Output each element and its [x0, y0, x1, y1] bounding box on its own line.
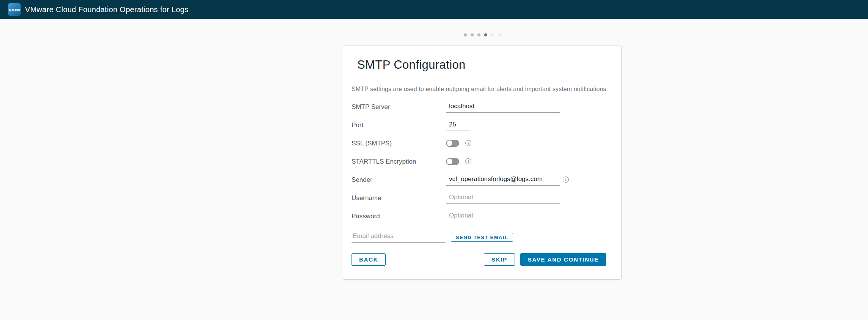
card-description: SMTP settings are used to enable outgoin…: [352, 86, 613, 93]
ssl-label: SSL (SMTPS): [352, 139, 446, 147]
form-row-username: Username: [352, 194, 613, 212]
wizard-footer: BACK SKIP SAVE AND CONTINUE: [352, 253, 613, 266]
stepper: [343, 33, 622, 36]
ssl-toggle[interactable]: [446, 140, 459, 147]
skip-button[interactable]: SKIP: [484, 253, 515, 266]
form-row-password: Password: [352, 212, 613, 230]
save-and-continue-button[interactable]: SAVE AND CONTINUE: [520, 253, 606, 266]
port-input[interactable]: [446, 121, 470, 131]
sender-input[interactable]: [446, 175, 560, 186]
test-email-row: SEND TEST EMAIL: [352, 232, 613, 243]
page-title: SMTP Configuration: [357, 58, 613, 72]
password-input[interactable]: [446, 212, 560, 222]
form-row-starttls: STARTTLS Encryption i: [352, 157, 613, 175]
sender-label: Sender: [352, 175, 446, 184]
toggle-knob: [447, 159, 452, 164]
step-dot-4: [484, 33, 487, 36]
username-label: Username: [352, 194, 446, 202]
starttls-label: STARTTLS Encryption: [352, 157, 446, 166]
form-row-smtp-server: SMTP Server: [352, 102, 613, 121]
form-row-port: Port: [352, 121, 613, 139]
test-email-input[interactable]: [352, 232, 446, 243]
form-row-ssl: SSL (SMTPS) i: [352, 139, 613, 157]
info-icon[interactable]: i: [465, 158, 471, 164]
password-label: Password: [352, 212, 446, 220]
info-icon[interactable]: i: [563, 177, 569, 183]
app-header: vmw VMware Cloud Foundation Operations f…: [0, 0, 868, 19]
username-input[interactable]: [446, 194, 560, 204]
form-row-sender: Sender i: [352, 175, 613, 194]
step-dot-6: [498, 33, 501, 36]
step-dot-3: [477, 33, 480, 36]
starttls-toggle[interactable]: [446, 158, 459, 165]
info-icon[interactable]: i: [465, 140, 471, 146]
toggle-knob: [447, 140, 452, 146]
port-label: Port: [352, 121, 446, 129]
smtp-server-input[interactable]: [446, 102, 560, 113]
smtp-configuration-card: SMTP Configuration SMTP settings are use…: [343, 46, 622, 280]
step-dot-1: [464, 33, 467, 36]
smtp-server-label: SMTP Server: [352, 102, 446, 111]
vmware-logo-icon: vmw: [8, 3, 21, 16]
step-dot-2: [471, 33, 474, 36]
app-title: VMware Cloud Foundation Operations for L…: [25, 5, 188, 14]
send-test-email-button[interactable]: SEND TEST EMAIL: [451, 233, 513, 242]
step-dot-5: [491, 33, 494, 36]
back-button[interactable]: BACK: [352, 253, 386, 266]
page: vmw VMware Cloud Foundation Operations f…: [0, 0, 868, 320]
smtp-form: SMTP Server Port SSL (SMTPS): [352, 102, 613, 230]
